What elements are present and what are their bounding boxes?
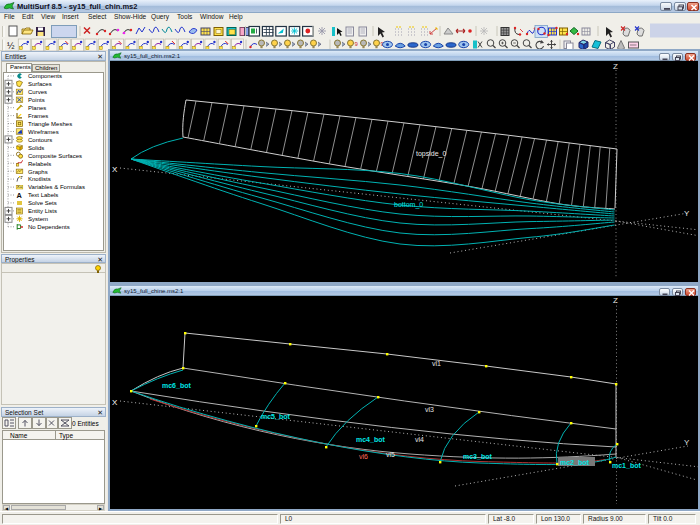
svg-text:vl6: vl6 (359, 453, 368, 460)
svg-text:vl3: vl3 (425, 406, 434, 413)
svg-text:Solids: Solids (28, 145, 44, 151)
svg-text:Frames: Frames (28, 113, 48, 119)
svg-text:vl4: vl4 (415, 436, 424, 443)
svg-text:mc4_bot: mc4_bot (356, 436, 385, 443)
svg-text:Triangle Meshes: Triangle Meshes (28, 121, 72, 127)
svg-text:X: X (112, 398, 118, 407)
svg-text:9: 9 (355, 41, 359, 47)
svg-text:mc2_bot: mc2_bot (560, 459, 589, 466)
svg-text:Y: Y (684, 438, 690, 447)
svg-text:topside_0: topside_0 (416, 150, 446, 158)
svg-text:X=: X= (17, 185, 23, 190)
svg-text:Z: Z (613, 62, 618, 71)
svg-text:A: A (17, 191, 23, 200)
svg-text:vl5: vl5 (386, 451, 395, 458)
svg-text:Planes: Planes (28, 105, 46, 111)
svg-text:bottom_0: bottom_0 (394, 201, 423, 209)
svg-text:mc5_bot: mc5_bot (261, 413, 290, 420)
svg-text:½: ½ (7, 41, 15, 51)
svg-text:X: X (112, 165, 118, 174)
svg-text:Contours: Contours (28, 137, 52, 143)
svg-text:mc1_bot: mc1_bot (612, 462, 641, 469)
svg-text:Components: Components (28, 73, 62, 79)
svg-text:Relabels: Relabels (28, 161, 51, 167)
svg-text:Text Labels: Text Labels (28, 192, 58, 198)
svg-text:Entity Lists: Entity Lists (28, 208, 57, 214)
svg-text:Wireframes: Wireframes (28, 129, 59, 135)
svg-text:Curves: Curves (28, 89, 47, 95)
svg-text:No Dependents: No Dependents (28, 224, 70, 230)
svg-text:System: System (28, 216, 48, 222)
svg-text:mc6_bot: mc6_bot (162, 382, 191, 389)
svg-text:Graphs: Graphs (28, 169, 48, 175)
svg-text:Z: Z (613, 296, 618, 305)
svg-text:Knotlists: Knotlists (28, 176, 51, 182)
svg-text:Y: Y (684, 209, 690, 218)
svg-text:0 Entities: 0 Entities (72, 420, 99, 427)
svg-text:Composite Surfaces: Composite Surfaces (28, 153, 82, 159)
svg-text:Surfaces: Surfaces (28, 81, 52, 87)
svg-text:mc3_bot: mc3_bot (463, 453, 492, 460)
svg-text:Points: Points (28, 97, 45, 103)
svg-text:Variables & Formulas: Variables & Formulas (28, 184, 85, 190)
svg-text:vl1: vl1 (432, 360, 441, 367)
svg-text:Solve Sets: Solve Sets (28, 200, 57, 206)
